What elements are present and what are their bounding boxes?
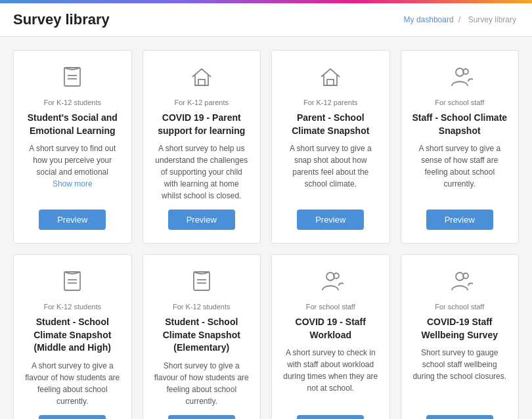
home-icon [188,64,215,93]
breadcrumb-current: Survey library [468,15,516,24]
header: Survey library My dashboard / Survey lib… [0,3,532,37]
card-description-5: Short survey to give a flavour of how st… [154,360,250,407]
card-description-6: A short survey to check in with staff ab… [282,347,379,407]
card-audience-7: For school staff [435,303,484,311]
card-covid-parent-support: For K-12 parents COVID 19 - Parent suppo… [143,50,261,244]
person-icon [317,268,344,298]
show-more-link-0[interactable]: Show more [53,179,93,188]
card-description-0: A short survey to find out how you perce… [24,143,121,202]
preview-button-3[interactable]: Preview [426,210,493,230]
svg-rect-0 [64,68,80,86]
book-icon [59,268,85,298]
card-description-2: A short survey to give a snap shot about… [282,143,379,202]
card-audience-0: For K-12 students [44,99,101,106]
main-content: For K-12 students Student's Social and E… [0,37,532,419]
card-title-0: Student's Social and Emotional Learning [24,112,121,137]
card-title-1: COVID 19 - Parent support for learning [154,112,250,137]
card-audience-6: For school staff [306,303,355,311]
breadcrumb: My dashboard / Survey library [404,15,519,24]
card-student-school-climate-elementary: For K-12 students Student - School Clima… [143,254,261,419]
card-audience-5: For K-12 students [173,303,230,311]
card-title-2: Parent - School Climate Snapshot [282,112,379,137]
card-title-4: Student - School Climate Snapshot (Middl… [24,316,121,355]
preview-button-5[interactable]: Preview [168,415,235,419]
card-audience-4: For K-12 students [44,303,101,311]
svg-rect-10 [194,272,210,290]
svg-rect-4 [327,79,334,85]
svg-point-15 [456,273,464,280]
page-title: Survey library [13,11,110,28]
home-icon [317,64,344,93]
svg-rect-7 [64,272,80,290]
breadcrumb-parent[interactable]: My dashboard [404,15,454,24]
preview-button-2[interactable]: Preview [297,210,364,230]
card-description-3: A short survey to give a sense of how st… [412,143,508,202]
svg-rect-3 [198,79,205,85]
card-grid: For K-12 students Student's Social and E… [13,50,519,419]
card-audience-2: For K-12 parents [303,99,358,106]
preview-button-6[interactable]: Preview [297,415,364,419]
svg-point-5 [456,68,464,76]
card-audience-3: For school staff [435,99,484,106]
card-title-6: COVID 19 - Staff Workload [282,316,379,342]
card-description-1: A short survey to help us understand the… [154,143,250,202]
card-description-4: A short survey to give a flavour of how … [24,360,121,407]
svg-point-13 [326,273,334,280]
person-icon [447,268,473,298]
card-covid-staff-wellbeing: For school staff COVID-19 Staff Wellbein… [401,254,520,419]
card-audience-1: For K-12 parents [174,99,229,106]
preview-button-0[interactable]: Preview [39,210,106,230]
preview-button-7[interactable]: Preview [426,415,493,419]
preview-button-4[interactable]: Preview [39,415,106,419]
book-icon [59,64,85,93]
card-student-school-climate-mid-high: For K-12 students Student - School Clima… [13,254,132,419]
card-title-5: Student - School Climate Snapshot (Eleme… [154,316,250,355]
card-title-3: Staff - School Climate Snapshot [412,112,508,137]
card-covid-staff-workload: For school staff COVID 19 - Staff Worklo… [271,254,390,419]
card-staff-school-climate: For school staff Staff - School Climate … [401,50,520,244]
card-description-7: Short survey to gauge school staff wellb… [412,347,508,407]
breadcrumb-separator: / [458,15,460,24]
book-icon [188,268,215,298]
card-student-social-emotional: For K-12 students Student's Social and E… [13,50,132,244]
card-parent-school-climate: For K-12 parents Parent - School Climate… [271,50,390,244]
person-icon [447,64,473,93]
preview-button-1[interactable]: Preview [168,210,235,230]
card-title-7: COVID-19 Staff Wellbeing Survey [412,316,508,342]
